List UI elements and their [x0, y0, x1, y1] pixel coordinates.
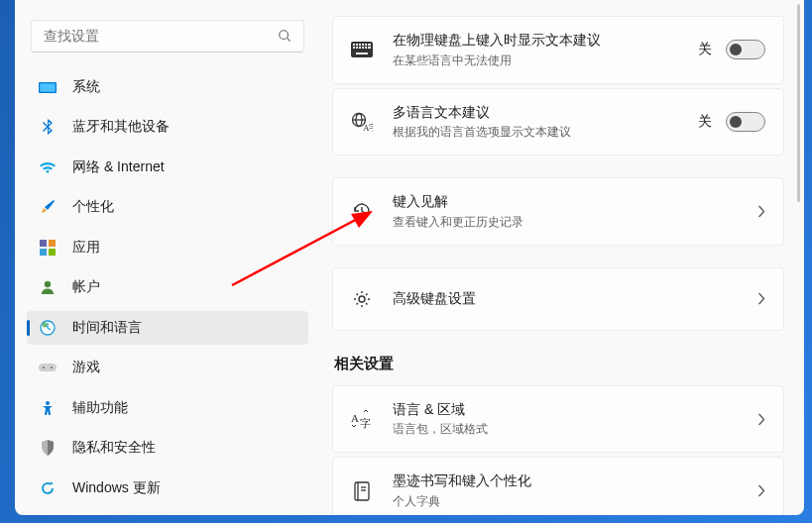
setting-title: 墨迹书写和键入个性化	[393, 471, 757, 491]
svg-rect-22	[353, 47, 355, 49]
setting-action: 关	[698, 40, 765, 59]
svg-point-13	[51, 366, 53, 368]
sidebar-item-gaming[interactable]: 游戏	[27, 351, 308, 384]
setting-title: 键入见解	[393, 192, 757, 212]
svg-point-0	[280, 31, 289, 40]
setting-text: 语言 & 区域 语言包，区域格式	[393, 400, 757, 439]
svg-rect-5	[49, 240, 56, 247]
setting-title: 在物理键盘上键入时显示文本建议	[393, 31, 698, 51]
sidebar: 系统 蓝牙和其他设备 网络 & Internet 个性化 应用	[15, 0, 320, 515]
sidebar-item-time-language[interactable]: 时间和语言	[27, 311, 308, 345]
svg-rect-11	[39, 364, 57, 371]
sidebar-item-label: 系统	[72, 78, 100, 96]
sidebar-item-label: 辅助功能	[72, 399, 128, 417]
sidebar-item-label: 时间和语言	[72, 319, 142, 337]
sidebar-item-label: Windows 更新	[72, 479, 161, 497]
sidebar-item-label: 个性化	[72, 198, 114, 216]
chevron-right-icon	[757, 292, 765, 305]
sidebar-item-accounts[interactable]: 帐户	[27, 270, 308, 304]
content-pane: 在物理键盘上键入时显示文本建议 在某些语言中无法使用 关 A字 多语言文本建议 …	[320, 0, 804, 515]
search-input[interactable]	[44, 28, 278, 44]
setting-title: 高级键盘设置	[393, 289, 757, 309]
svg-point-14	[46, 401, 50, 405]
keyboard-icon	[351, 39, 373, 60]
svg-rect-4	[40, 240, 47, 247]
setting-text: 键入见解 查看键入和更正历史记录	[393, 192, 757, 231]
setting-multilingual-text-suggestions[interactable]: A字 多语言文本建议 根据我的语言首选项显示文本建议 关	[332, 88, 784, 157]
svg-text:A字: A字	[363, 123, 373, 132]
svg-text:字: 字	[360, 417, 371, 429]
sidebar-item-label: 应用	[72, 239, 100, 257]
svg-rect-26	[365, 47, 367, 49]
toggle-state-label: 关	[698, 113, 712, 131]
gear-icon	[351, 288, 373, 310]
setting-text: 高级键盘设置	[393, 289, 757, 309]
sidebar-item-accessibility[interactable]: 辅助功能	[27, 391, 308, 425]
toggle-switch[interactable]	[726, 40, 765, 59]
brush-icon	[39, 198, 57, 216]
sidebar-item-network[interactable]: 网络 & Internet	[27, 151, 308, 184]
sidebar-item-label: 隐私和安全性	[72, 439, 156, 457]
setting-text: 在物理键盘上键入时显示文本建议 在某些语言中无法使用	[393, 31, 698, 69]
sidebar-item-bluetooth[interactable]: 蓝牙和其他设备	[27, 110, 308, 144]
svg-rect-20	[365, 44, 367, 46]
svg-point-33	[359, 296, 365, 302]
update-icon	[39, 479, 57, 497]
chevron-right-icon	[757, 484, 765, 497]
search-box[interactable]	[31, 20, 304, 52]
search-icon	[278, 29, 291, 43]
svg-rect-18	[359, 44, 361, 46]
setting-action: 关	[698, 112, 765, 132]
language-icon: A字	[351, 408, 373, 430]
sidebar-item-privacy[interactable]: 隐私和安全性	[27, 431, 308, 465]
svg-rect-3	[40, 83, 55, 91]
svg-point-12	[43, 366, 45, 368]
sidebar-item-personalization[interactable]: 个性化	[27, 190, 308, 224]
setting-subtitle: 语言包，区域格式	[393, 421, 757, 438]
svg-point-10	[43, 322, 48, 327]
setting-keyboard-text-suggestions[interactable]: 在物理键盘上键入时显示文本建议 在某些语言中无法使用 关	[332, 16, 784, 84]
settings-window: 系统 蓝牙和其他设备 网络 & Internet 个性化 应用	[15, 0, 804, 515]
dictionary-icon	[351, 480, 373, 502]
history-icon	[351, 200, 373, 222]
time-language-icon	[39, 319, 57, 337]
accessibility-icon	[39, 399, 57, 417]
svg-text:A: A	[351, 412, 359, 424]
sidebar-item-label: 蓝牙和其他设备	[72, 118, 170, 136]
bluetooth-icon	[39, 118, 57, 136]
svg-rect-25	[362, 47, 364, 49]
setting-advanced-keyboard[interactable]: 高级键盘设置	[332, 267, 784, 331]
setting-text: 多语言文本建议 根据我的语言首选项显示文本建议	[393, 103, 698, 142]
apps-icon	[39, 239, 57, 257]
gaming-icon	[39, 359, 57, 376]
svg-rect-19	[362, 44, 364, 46]
system-icon	[39, 78, 57, 96]
setting-subtitle: 根据我的语言首选项显示文本建议	[393, 124, 698, 141]
svg-line-1	[288, 39, 290, 42]
sidebar-item-apps[interactable]: 应用	[27, 231, 308, 264]
sidebar-item-windows-update[interactable]: Windows 更新	[27, 471, 308, 505]
svg-rect-7	[49, 249, 56, 256]
chevron-right-icon	[757, 413, 765, 426]
wifi-icon	[39, 158, 57, 176]
globe-text-icon: A字	[351, 111, 373, 133]
setting-language-region[interactable]: A字 语言 & 区域 语言包，区域格式	[332, 385, 784, 454]
svg-rect-27	[368, 47, 371, 49]
setting-typing-insights[interactable]: 键入见解 查看键入和更正历史记录	[332, 177, 784, 246]
account-icon	[39, 278, 57, 296]
svg-rect-16	[353, 44, 355, 46]
sidebar-item-label: 网络 & Internet	[72, 158, 165, 176]
sidebar-item-system[interactable]: 系统	[27, 70, 308, 104]
svg-rect-36	[355, 482, 369, 500]
scrollbar[interactable]	[797, 4, 800, 202]
section-header-related: 相关设置	[334, 355, 782, 373]
svg-rect-23	[356, 47, 358, 49]
svg-point-8	[45, 281, 51, 287]
svg-rect-6	[40, 249, 47, 256]
toggle-switch[interactable]	[726, 112, 765, 132]
setting-subtitle: 查看键入和更正历史记录	[393, 214, 757, 231]
setting-inking-typing-personalization[interactable]: 墨迹书写和键入个性化 个人字典	[332, 457, 784, 515]
setting-title: 语言 & 区域	[393, 400, 757, 420]
sidebar-item-label: 游戏	[72, 359, 100, 376]
setting-text: 墨迹书写和键入个性化 个人字典	[393, 471, 757, 510]
